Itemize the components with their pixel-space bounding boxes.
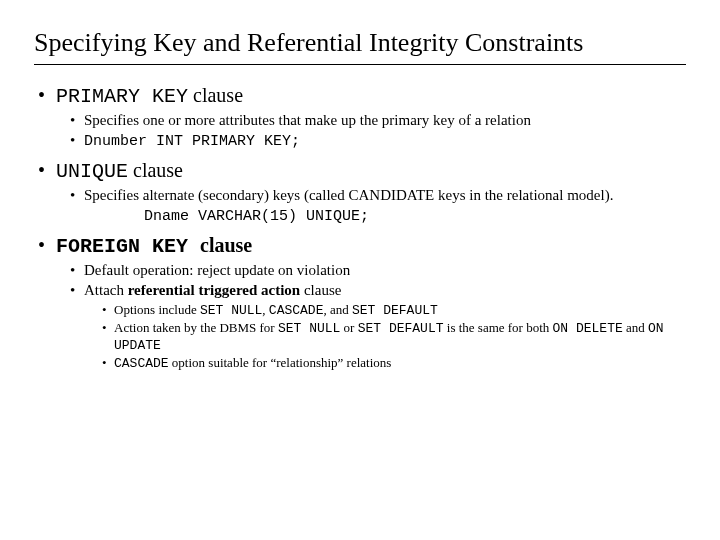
- text: Options include: [114, 302, 200, 317]
- text: is the same for both: [444, 320, 553, 335]
- code: CASCADE: [114, 356, 169, 371]
- code-example: Dname VARCHAR(15) UNIQUE;: [144, 208, 369, 225]
- code: SET NULL: [200, 303, 262, 318]
- slide-title: Specifying Key and Referential Integrity…: [34, 28, 686, 58]
- sub-item: Attach referential triggered action clau…: [70, 281, 686, 373]
- title-rule: [34, 64, 686, 65]
- sub-item: Specifies one or more attributes that ma…: [70, 111, 686, 130]
- code: SET DEFAULT: [352, 303, 438, 318]
- sublist: Specifies alternate (secondary) keys (ca…: [70, 186, 686, 228]
- text: Action taken by the DBMS for: [114, 320, 278, 335]
- code-unique: UNIQUE: [56, 160, 128, 183]
- code-primary-key: PRIMARY KEY: [56, 85, 188, 108]
- bullet-unique: UNIQUE clause Specifies alternate (secon…: [38, 158, 686, 228]
- code: ON DELETE: [553, 321, 623, 336]
- example-line: Dname VARCHAR(15) UNIQUE;: [144, 206, 686, 227]
- text: Attach: [84, 282, 128, 298]
- slide: Specifying Key and Referential Integrity…: [0, 0, 720, 399]
- sub-item: Specifies alternate (secondary) keys (ca…: [70, 186, 686, 228]
- subsub-item: CASCADE option suitable for “relationshi…: [102, 355, 686, 372]
- text: clause: [300, 282, 341, 298]
- text: option suitable for “relationship” relat…: [169, 355, 392, 370]
- subsub-item: Action taken by the DBMS for SET NULL or…: [102, 320, 686, 355]
- text: clause: [188, 84, 243, 106]
- text: or: [340, 320, 357, 335]
- bullet-list: PRIMARY KEY clause Specifies one or more…: [38, 83, 686, 373]
- code: SET DEFAULT: [358, 321, 444, 336]
- bullet-foreign-key: FOREIGN KEY clause Default operation: re…: [38, 233, 686, 373]
- text: , and: [323, 302, 352, 317]
- sublist: Specifies one or more attributes that ma…: [70, 111, 686, 152]
- code-foreign-key: FOREIGN KEY: [56, 235, 200, 258]
- code: CASCADE: [269, 303, 324, 318]
- bold-text: referential triggered action: [128, 282, 300, 298]
- text: clause: [128, 159, 183, 181]
- text: clause: [200, 234, 252, 256]
- bullet-primary-key: PRIMARY KEY clause Specifies one or more…: [38, 83, 686, 152]
- sub-item: Default operation: reject update on viol…: [70, 261, 686, 280]
- sublist: Default operation: reject update on viol…: [70, 261, 686, 373]
- text: and: [623, 320, 648, 335]
- code: SET NULL: [278, 321, 340, 336]
- code-example: Dnumber INT PRIMARY KEY;: [84, 133, 300, 150]
- subsub-item: Options include SET NULL, CASCADE, and S…: [102, 302, 686, 319]
- subsublist: Options include SET NULL, CASCADE, and S…: [102, 302, 686, 373]
- text: Specifies alternate (secondary) keys (ca…: [84, 187, 613, 203]
- sub-item: Dnumber INT PRIMARY KEY;: [70, 131, 686, 152]
